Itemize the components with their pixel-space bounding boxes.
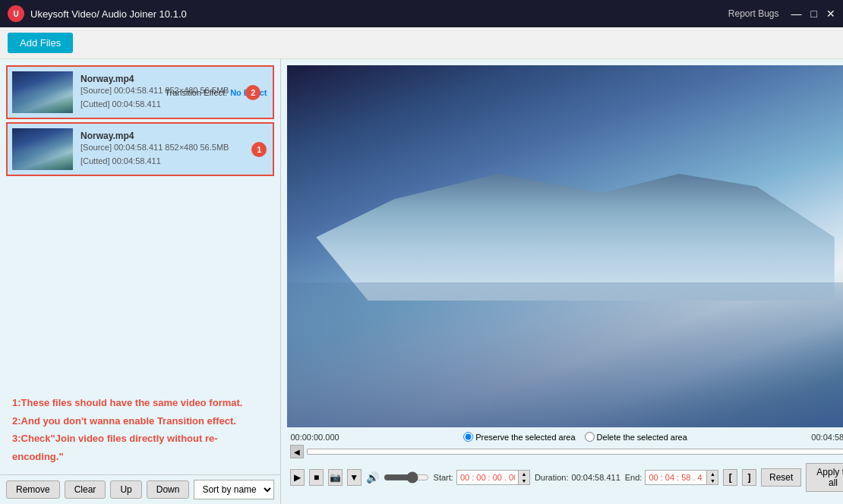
main-area: Norway.mp4 [Source] 00:04:58.411 852×480… — [0, 59, 843, 504]
start-time-value[interactable] — [457, 471, 518, 484]
end-field-label: End: — [625, 473, 643, 482]
time-display-row: 00:00:00.000 Preserve the selected area … — [287, 430, 843, 443]
volume-icon: 🔊 — [366, 471, 379, 484]
play-button[interactable]: ▶ — [290, 469, 305, 486]
start-time-up[interactable]: ▲ — [519, 471, 529, 477]
file-cutted-1: [Cutted] 00:04:58.411 — [81, 98, 268, 112]
menu-button[interactable]: ▼ — [347, 469, 362, 486]
start-time-down[interactable]: ▼ — [519, 477, 529, 484]
out-point-button[interactable]: ] — [742, 469, 756, 486]
file-thumb-2 — [12, 128, 73, 170]
file-source-2: [Source] 00:04:58.411 852×480 56.5MB — [81, 141, 268, 155]
file-item-1[interactable]: Norway.mp4 [Source] 00:04:58.411 852×480… — [6, 65, 274, 119]
app-logo: U — [8, 5, 24, 22]
window-controls: — □ ✕ — [791, 8, 835, 19]
close-button[interactable]: ✕ — [826, 8, 835, 19]
start-field-label: Start: — [434, 473, 453, 482]
item-badge-2: 1 — [251, 142, 267, 157]
warning-line-2: 2:And you don't wanna enable Transition … — [12, 412, 268, 430]
minimize-button[interactable]: — — [791, 8, 802, 19]
start-time-display: 00:00:00.000 — [290, 433, 339, 442]
volume-slider[interactable] — [384, 471, 429, 484]
start-field-group: Start: ▲ ▼ — [434, 470, 530, 485]
end-time-up[interactable]: ▲ — [707, 471, 718, 477]
down-button[interactable]: Down — [147, 480, 190, 499]
slider-left-arrow[interactable]: ◀ — [290, 445, 304, 458]
maximize-button[interactable]: □ — [811, 8, 817, 19]
end-time-display: 00:04:58.411 — [811, 433, 843, 442]
preview-area — [287, 65, 843, 427]
app-title: Ukeysoft Video/ Audio Joiner 10.1.0 — [30, 8, 187, 20]
end-field-group: End: ▲ ▼ — [625, 470, 719, 485]
remove-button[interactable]: Remove — [6, 480, 60, 499]
file-name-2: Norway.mp4 — [81, 131, 268, 141]
sort-select[interactable]: Sort by name — [194, 480, 274, 499]
clear-button[interactable]: Clear — [65, 480, 106, 499]
end-time-spinner[interactable]: ▲ ▼ — [706, 471, 718, 484]
warning-section: 1:These files should have the same video… — [0, 385, 280, 474]
timeline-controls: 00:00:00.000 Preserve the selected area … — [287, 427, 843, 498]
start-time-input[interactable]: ▲ ▼ — [456, 470, 530, 485]
toolbar: Add Files — [0, 27, 843, 59]
file-name-1: Norway.mp4 — [81, 74, 268, 84]
start-time-spinner[interactable]: ▲ ▼ — [518, 471, 529, 484]
titlebar: U Ukeysoft Video/ Audio Joiner 10.1.0 Re… — [0, 0, 843, 27]
file-controls: Remove Clear Up Down Sort by name — [0, 474, 280, 504]
snapshot-button[interactable]: 📷 — [328, 469, 343, 486]
timeline-bar[interactable] — [307, 449, 843, 455]
end-time-input[interactable]: ▲ ▼ — [645, 470, 718, 485]
playback-row: ▶ ■ 📷 ▼ 🔊 Start: ▲ ▼ — [287, 460, 843, 495]
preserve-radio-input[interactable] — [463, 432, 473, 442]
duration-value: 00:04:58.411 — [572, 473, 620, 482]
file-cutted-2: [Cutted] 00:04:58.411 — [81, 155, 268, 169]
warning-line-3: 3:Check"Join video files directly withou… — [12, 430, 268, 465]
warning-line-1: 1:These files should have the same video… — [12, 394, 268, 411]
delete-radio[interactable]: Delete the selected area — [585, 432, 687, 442]
slider-row: ◀ ▶ — [287, 443, 843, 460]
end-time-value[interactable] — [646, 471, 706, 484]
file-thumb-1 — [12, 71, 73, 113]
preview-image — [287, 65, 843, 427]
reset-button[interactable]: Reset — [761, 468, 801, 487]
preserve-radio[interactable]: Preserve the selected area — [463, 432, 575, 442]
titlebar-right: Report Bugs — □ ✕ — [728, 8, 835, 19]
transition-badge-1: Transition Effect: No Effect 2 — [165, 88, 267, 97]
left-panel: Norway.mp4 [Source] 00:04:58.411 852×480… — [0, 59, 281, 504]
titlebar-left: U Ukeysoft Video/ Audio Joiner 10.1.0 — [8, 5, 187, 22]
right-panel: 00:00:00.000 Preserve the selected area … — [281, 59, 843, 504]
apply-to-all-button[interactable]: Apply to all — [806, 463, 843, 492]
radio-group: Preserve the selected area Delete the se… — [463, 432, 687, 442]
add-files-button[interactable]: Add Files — [8, 33, 73, 53]
file-info-2: Norway.mp4 [Source] 00:04:58.411 852×480… — [81, 131, 268, 168]
report-bugs-link[interactable]: Report Bugs — [728, 8, 779, 19]
in-point-button[interactable]: [ — [723, 469, 737, 486]
item-badge-1: 2 — [245, 85, 260, 100]
stop-button[interactable]: ■ — [309, 469, 324, 486]
file-item-2[interactable]: Norway.mp4 [Source] 00:04:58.411 852×480… — [6, 122, 274, 176]
delete-radio-input[interactable] — [585, 432, 595, 442]
up-button[interactable]: Up — [110, 480, 141, 499]
end-time-down[interactable]: ▼ — [707, 477, 718, 484]
duration-field-label: Duration: — [535, 473, 569, 482]
duration-field-group: Duration: 00:04:58.411 — [535, 473, 620, 482]
file-list: Norway.mp4 [Source] 00:04:58.411 852×480… — [0, 59, 280, 385]
